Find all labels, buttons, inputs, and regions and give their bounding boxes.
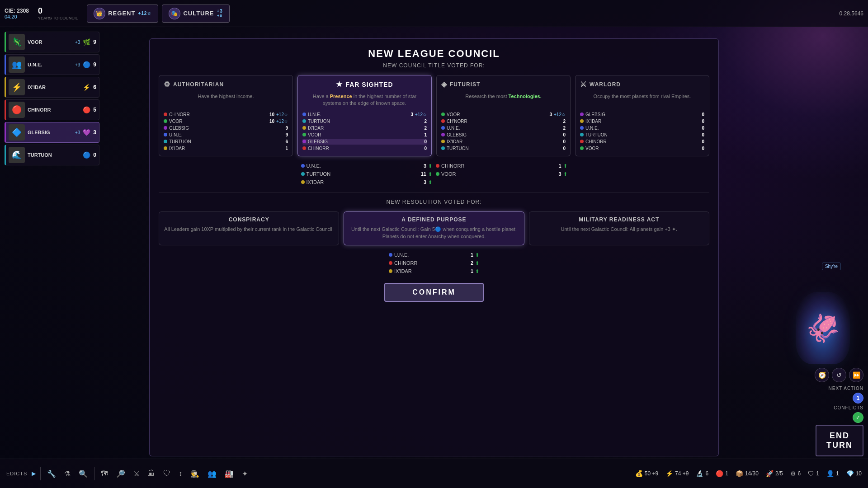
fleet-value: 2/5	[775, 470, 783, 477]
search-icon[interactable]: 🔍	[77, 468, 90, 480]
une-avatar: 👥	[9, 56, 25, 73]
arrows-icon[interactable]: ↕	[177, 468, 184, 479]
score-row: GLEBSIG 0	[441, 132, 566, 138]
futurist-card[interactable]: ◈ FUTURIST Research the most Technologie…	[436, 75, 571, 156]
forward-action-btn[interactable]: ⏩	[849, 368, 863, 382]
authoritarian-title: AUTHORITARIAN	[173, 81, 224, 88]
confirm-button[interactable]: CONFIRM	[384, 283, 484, 302]
agent-icon[interactable]: 🕵	[189, 468, 201, 480]
cie-stat: CIE: 2308 04:20	[5, 8, 29, 19]
people-icon[interactable]: 👥	[206, 468, 218, 480]
far-sighted-scores: U.N.E. 3+12☆ TURTUON 2 IX'IDAR 2 VOOR 1 …	[302, 112, 427, 151]
influence-icon: 🔴	[716, 470, 723, 477]
far-sighted-title: FAR SIGHTED	[345, 81, 393, 88]
score-row: TURTUON 0	[580, 132, 704, 138]
chinorr-name: CHINORR	[28, 107, 77, 113]
authoritarian-header: ⚙ AUTHORITARIAN	[164, 80, 288, 89]
conflicts-label: CONFLICTS	[834, 405, 863, 410]
far-sighted-card[interactable]: ★ FAR SIGHTED Have a Presence in the hig…	[297, 75, 432, 156]
sword-icon[interactable]: ⚔	[132, 468, 142, 480]
influence-stat: 🔴 1	[716, 470, 728, 477]
culture-button[interactable]: 🎭 CULTURE +3 +0	[162, 5, 230, 23]
futurist-title: FUTURIST	[450, 81, 480, 88]
confirm-section: CONFIRM	[159, 281, 709, 302]
cie-value: CIE: 2308	[5, 8, 29, 14]
empire-ixidar[interactable]: ⚡ IX'IDAR ⚡ 6	[5, 77, 99, 98]
influence-value: 1	[725, 470, 728, 477]
score-row: U.N.E. 9	[164, 132, 288, 138]
culture-label: CULTURE	[183, 10, 214, 17]
conspiracy-title: CONSPIRACY	[164, 216, 334, 223]
resolution-vote-rows: U.N.E. 1⬆ CHINORR 2⬆ IX'IDAR 1⬆	[159, 252, 709, 275]
futurist-header: ◈ FUTURIST	[441, 80, 566, 89]
empire-une[interactable]: 👥 U.N.E. +3 🔵 9	[5, 54, 99, 75]
far-sighted-vote-rows: U.N.E. 3⬆ TURTUON 11⬆ IX'IDAR 3⬆	[299, 163, 434, 186]
empire-turtuon[interactable]: 🌊 TURTUON 🔵 0	[5, 145, 99, 165]
chinorr-avatar: 🔴	[9, 102, 25, 118]
wrench-icon[interactable]: 🔧	[45, 468, 58, 480]
empire-voor[interactable]: 🦎 VOOR +3 🌿 9	[5, 32, 99, 52]
next-action-count-row: 1	[853, 393, 863, 404]
ixidar-score: 6	[93, 84, 96, 90]
voor-avatar: 🦎	[9, 34, 25, 50]
modal-title: NEW LEAGUE COUNCIL	[159, 48, 709, 60]
population-value: 14/30	[745, 470, 759, 477]
regent-button[interactable]: 👑 REGENT +12☆	[87, 5, 158, 23]
cie-time: 04:20	[5, 14, 29, 19]
years-value: 0	[38, 6, 78, 16]
leaders-icon: 👤	[826, 470, 834, 477]
pillar-icon[interactable]: 🏛	[146, 468, 157, 479]
une-resource-icon: 🔵	[83, 61, 90, 68]
leaders-value: 1	[836, 470, 839, 477]
score-row: VOOR 0	[580, 145, 704, 151]
voor-score: 9	[93, 39, 96, 45]
warlord-header: ⚔ WARLORD	[580, 80, 704, 89]
empire-glebsig[interactable]: 🔷 GLEBSIG +3 💜 3	[5, 122, 99, 143]
action-buttons: 🧭 ↺ ⏩	[815, 368, 863, 382]
flask-icon[interactable]: ⚗	[62, 468, 72, 480]
conspiracy-card[interactable]: CONSPIRACY All Leaders gain 10XP multipl…	[159, 211, 339, 245]
empire-chinorr[interactable]: 🔴 CHINORR 🔴 5	[5, 99, 99, 120]
version-label: 0.28.5646	[840, 10, 863, 17]
futurist-scores: VOOR 3+12☆ CH'NORR 2 U.N.E. 2 GLEBSIG 0 …	[441, 112, 566, 151]
score-row: GLEBSIG 0	[580, 112, 704, 117]
bottom-bar: EDICTS ▶ 🔧 ⚗ 🔍 🗺 🔎 ⚔ 🏛 🛡 ↕ 🕵 👥 🏭 ✦ 💰 50 …	[0, 459, 868, 488]
authoritarian-card[interactable]: ⚙ AUTHORITARIAN Have the highest income.…	[159, 75, 293, 156]
star-icon[interactable]: ✦	[240, 468, 250, 480]
futurist-vote-rows: CHINORR 1⬆ VOOR 3⬆	[434, 163, 569, 186]
action-bar: 🧭 ↺ ⏩	[815, 368, 863, 382]
score-row: GLEBSIG 0	[302, 139, 427, 145]
edicts-arrow[interactable]: ▶	[32, 470, 36, 477]
conspiracy-desc: All Leaders gain 10XP multiplied by thei…	[164, 225, 334, 233]
compass-action-btn[interactable]: 🧭	[815, 368, 829, 382]
warlord-scores: GLEBSIG 0 IX'IDAR 0 U.N.E. 0 TURTUON 0 C…	[580, 112, 704, 151]
warlord-card[interactable]: ⚔ WARLORD Occupy the most planets from r…	[575, 75, 709, 156]
end-turn-button[interactable]: ENDTURN	[816, 425, 863, 456]
fleet-icon: 🚀	[766, 470, 774, 477]
score-row: VOOR 1	[302, 132, 427, 138]
score-row: CHINORR 0	[302, 145, 427, 151]
defined-purpose-card[interactable]: A DEFINED PURPOSE Until the next Galacti…	[344, 211, 524, 245]
shield2-icon[interactable]: 🛡	[161, 468, 172, 479]
inter-vote-section: U.N.E. 3⬆ TURTUON 11⬆ IX'IDAR 3⬆ CHINORR…	[159, 163, 709, 186]
score-row: VOOR 10+12☆	[164, 118, 288, 124]
authoritarian-desc: Have the highest income.	[164, 91, 288, 109]
conflicts-badge: ✓	[853, 412, 863, 423]
resolution-cards-row: CONSPIRACY All Leaders gain 10XP multipl…	[159, 211, 709, 245]
refresh-action-btn[interactable]: ↺	[832, 368, 846, 382]
military-readiness-card[interactable]: MILITARY READINESS ACT Until the next Ga…	[529, 211, 709, 245]
years-label: YEARS TO COUNCIL	[38, 16, 78, 20]
turtuon-resource-icon: 🔵	[83, 151, 90, 159]
magnify-icon[interactable]: 🔎	[114, 468, 127, 480]
score-row: CH'NORR 2	[441, 118, 566, 124]
chinorr-score: 5	[93, 107, 96, 113]
factory-icon[interactable]: 🏭	[223, 468, 236, 480]
industry-icon: ⚙	[790, 470, 796, 477]
years-stat: 0 YEARS TO COUNCIL	[38, 6, 78, 20]
toolbar-divider-2	[94, 467, 94, 480]
map-icon[interactable]: 🗺	[99, 468, 110, 479]
council-cards-row: ⚙ AUTHORITARIAN Have the highest income.…	[159, 75, 709, 156]
authoritarian-scores: CH'NORR 10+12☆ VOOR 10+12☆ GLEBSIG 9 U.N…	[164, 112, 288, 151]
resolution-subtitle: NEW RESOLUTION VOTED FOR:	[159, 199, 709, 205]
defined-purpose-desc: Until the next Galactic Council: Gain 5🔵…	[349, 225, 519, 240]
